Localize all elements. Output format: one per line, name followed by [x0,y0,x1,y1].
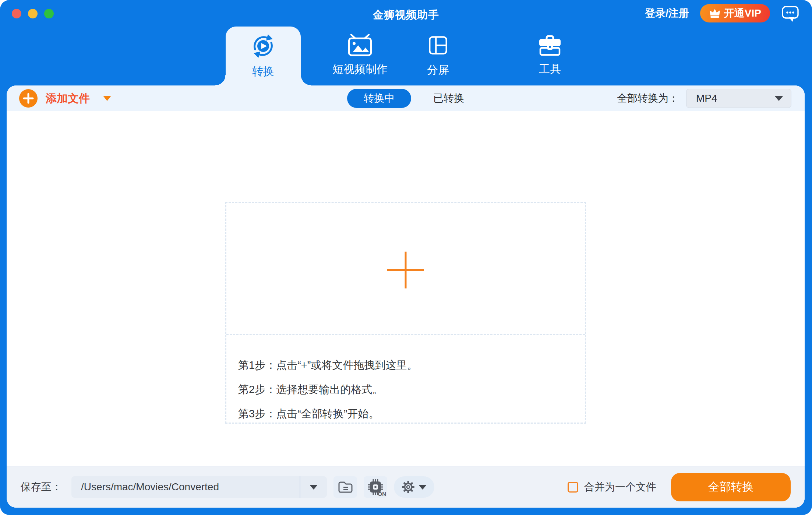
tab-convert[interactable]: 转换 [226,27,301,85]
tab-short-video-label: 短视频制作 [332,62,388,77]
output-format-select[interactable]: MP4 [686,89,791,108]
merge-files-checkbox[interactable] [568,482,578,493]
vip-label: 开通VIP [724,6,761,20]
main-area: 第1步：点击“+”或将文件拖拽到这里。 第2步：选择想要输出的格式。 第3步：点… [7,111,805,466]
step-1: 第1步：点击“+”或将文件拖拽到这里。 [238,353,417,377]
chevron-down-icon [775,96,783,101]
drop-zone-divider [226,334,585,335]
tab-split-screen[interactable]: 分屏 [406,27,470,84]
queue-filter: 转换中 已转换 [347,85,464,111]
tab-split-screen-label: 分屏 [427,63,449,78]
plus-icon[interactable] [386,251,425,289]
login-register-link[interactable]: 登录/注册 [645,6,689,20]
title-bar: 金狮视频助手 登录/注册 开通VIP [0,0,812,27]
gpu-acceleration-button[interactable]: ON [364,476,387,498]
instruction-steps: 第1步：点击“+”或将文件拖拽到这里。 第2步：选择想要输出的格式。 第3步：点… [238,353,417,426]
short-video-icon [346,34,374,57]
filter-converted[interactable]: 已转换 [433,91,464,105]
sub-toolbar: 添加文件 转换中 已转换 全部转换为： MP4 [7,85,805,111]
filter-converting[interactable]: 转换中 [347,89,411,108]
convert-icon [250,33,276,59]
add-files-button[interactable]: 添加文件 [19,85,111,111]
save-path-value: /Users/mac/Movies/Converted [71,481,300,493]
chevron-down-icon [310,485,318,490]
open-folder-button[interactable] [333,476,357,498]
output-format-value: MP4 [686,92,775,104]
content-panel: 添加文件 转换中 已转换 全部转换为： MP4 [7,85,805,508]
split-screen-icon [426,33,451,58]
step-3: 第3步：点击“全部转换”开始。 [238,402,417,426]
tab-tools-label: 工具 [539,62,561,77]
step-2: 第2步：选择想要输出的格式。 [238,377,417,402]
gear-icon [402,480,415,494]
open-vip-button[interactable]: 开通VIP [700,4,770,22]
gpu-on-badge: ON [378,491,386,497]
app-window: 金狮视频助手 登录/注册 开通VIP [0,0,812,515]
save-to-label: 保存至： [21,480,62,494]
tab-tools[interactable]: 工具 [516,27,584,84]
plus-circle-icon [19,89,38,108]
settings-button[interactable] [394,476,434,498]
tab-short-video[interactable]: 短视频制作 [324,27,396,84]
convert-all-button[interactable]: 全部转换 [671,473,791,501]
folder-icon [338,480,353,494]
merge-files-label: 合并为一个文件 [584,480,656,494]
tab-convert-label: 转换 [252,64,274,79]
chevron-down-icon[interactable] [103,96,111,101]
chat-bubble-icon[interactable] [781,4,799,22]
chevron-down-icon [419,485,427,490]
add-files-label: 添加文件 [46,91,90,106]
save-path-select[interactable]: /Users/mac/Movies/Converted [71,476,327,498]
toolbox-icon [537,34,563,57]
bottom-bar: 保存至： /Users/mac/Movies/Converted [7,466,805,508]
crown-icon [709,8,721,18]
convert-all-to-label: 全部转换为： [617,91,679,105]
